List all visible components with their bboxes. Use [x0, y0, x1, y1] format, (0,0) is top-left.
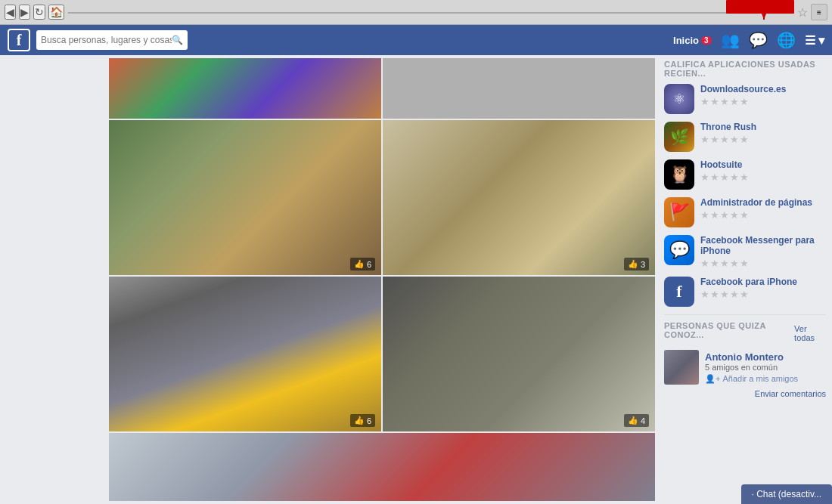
photos-main-area: 👍 6 👍 3 👍 6 [106, 55, 658, 504]
photo-like-count-3: 👍 6 [350, 414, 375, 427]
settings-icon: ☰ ▾ [805, 33, 824, 48]
app-info-fb-iphone: Facebook para iPhone ★★★★★ [700, 277, 826, 300]
app-icon-admin: 🚩 [664, 197, 694, 227]
people-section-title: PERSONAS QUE QUIZA CONOZ... [664, 321, 794, 339]
app-info-admin: Administrador de páginas ★★★★★ [700, 197, 826, 221]
chat-bar[interactable]: · Chat (desactiv... [741, 484, 832, 504]
app-icon-throne: 🌿 [664, 122, 694, 152]
app-stars-downloadsource: ★★★★★ [700, 96, 826, 107]
photo-traffic[interactable]: 👍 4 [383, 277, 655, 431]
app-item-admin: 🚩 Administrador de páginas ★★★★★ [664, 197, 826, 227]
photo-dog[interactable]: 👍 6 [109, 277, 381, 431]
right-sidebar: CALIFICA APLICACIONES USADAS RECIEN... ⚛… [658, 55, 832, 504]
add-friend-button[interactable]: 👤+ Añadir a mis amigos [705, 374, 798, 384]
photos-last-row [109, 433, 655, 501]
search-submit-button[interactable]: 🔍 [172, 35, 183, 45]
back-button[interactable]: ◀ [5, 5, 16, 20]
app-stars-throne: ★★★★★ [700, 134, 826, 145]
app-name-throne[interactable]: Throne Rush [700, 122, 826, 132]
app-name-fb-iphone[interactable]: Facebook para iPhone [700, 277, 826, 287]
app-info-throne: Throne Rush ★★★★★ [700, 122, 826, 145]
menu-button[interactable]: ≡ [811, 4, 827, 20]
browser-chrome: ◀ ▶ ↻ 🏠 https://www.facebook.com /search… [0, 0, 832, 25]
navbar-right: Inicio 3 👥 💬 🌐 ☰ ▾ [673, 31, 824, 49]
globe-icon: 🌐 [777, 31, 796, 49]
left-sidebar [0, 55, 106, 504]
app-stars-fb-iphone: ★★★★★ [700, 289, 826, 300]
page-content: 👍 6 👍 3 👍 6 [0, 55, 832, 504]
home-badge: 3 [701, 36, 712, 45]
friends-icon: 👥 [721, 31, 740, 49]
globe-nav-icon[interactable]: 🌐 [777, 31, 796, 49]
app-item-fb-iphone: f Facebook para iPhone ★★★★★ [664, 277, 826, 307]
app-name-hootsuite[interactable]: Hootsuite [700, 159, 826, 170]
chat-label: · Chat (desactiv... [752, 489, 821, 499]
app-info-downloadsource: Downloadsource.es ★★★★★ [700, 84, 826, 107]
add-friend-icon: 👤+ [705, 374, 720, 384]
app-item-throne: 🌿 Throne Rush ★★★★★ [664, 122, 826, 152]
home-nav-item[interactable]: Inicio 3 [673, 35, 712, 46]
antonio-name[interactable]: Antonio Montero [705, 351, 826, 363]
settings-nav-icon[interactable]: ☰ ▾ [805, 33, 824, 48]
home-button[interactable]: 🏠 [48, 5, 64, 20]
app-name-messenger[interactable]: Facebook Messenger para iPhone [700, 235, 826, 256]
photo-like-count-1: 👍 6 [350, 258, 375, 271]
app-stars-messenger: ★★★★★ [700, 258, 826, 269]
people-item-antonio: Antonio Montero 5 amigos en común 👤+ Aña… [664, 350, 826, 385]
photo-car[interactable]: 👍 6 [109, 120, 381, 275]
photo-building[interactable] [109, 433, 655, 501]
search-box[interactable]: 🔍 [36, 30, 188, 50]
photo-top-left[interactable] [109, 58, 381, 119]
app-icon-downloadsource: ⚛ [664, 84, 694, 114]
refresh-button[interactable]: ↻ [33, 5, 45, 20]
photo-like-count-4: 👍 4 [624, 414, 649, 427]
home-label: Inicio [673, 35, 699, 46]
app-icon-hootsuite: 🦉 [664, 159, 694, 190]
messages-icon: 💬 [749, 31, 768, 49]
address-bar-row: ◀ ▶ ↻ 🏠 https://www.facebook.com /search… [0, 0, 832, 24]
photos-middle-row: 👍 6 👍 3 [109, 120, 655, 275]
photos-top-row [109, 58, 655, 119]
app-stars-admin: ★★★★★ [700, 209, 826, 221]
app-info-hootsuite: Hootsuite ★★★★★ [700, 159, 826, 183]
app-icon-fb-iphone: f [664, 277, 694, 307]
friends-nav-icon[interactable]: 👥 [721, 31, 740, 49]
antonio-avatar [664, 350, 699, 385]
forward-button[interactable]: ▶ [19, 5, 30, 20]
photos-bottom-row: 👍 6 👍 4 [109, 277, 655, 431]
send-feedback-link[interactable]: Enviar comentarios [664, 389, 826, 398]
messages-nav-icon[interactable]: 💬 [749, 31, 768, 49]
app-stars-hootsuite: ★★★★★ [700, 172, 826, 183]
app-name-admin[interactable]: Administrador de páginas [700, 197, 826, 208]
people-see-all-link[interactable]: Ver todas [794, 324, 826, 342]
people-section-header: PERSONAS QUE QUIZA CONOZ... Ver todas [664, 321, 826, 345]
app-icon-messenger: 💬 [664, 235, 694, 265]
section-divider [664, 314, 826, 315]
photo-box[interactable]: 👍 3 [383, 120, 655, 275]
antonio-mutual: 5 amigos en común [705, 363, 826, 372]
facebook-navbar: f 🔍 Inicio 3 👥 💬 🌐 ☰ ▾ [0, 25, 832, 55]
apps-section-title: CALIFICA APLICACIONES USADAS RECIEN... [664, 60, 826, 78]
photo-top-right[interactable] [383, 58, 655, 119]
app-item-downloadsource: ⚛ Downloadsource.es ★★★★★ [664, 84, 826, 114]
app-item-hootsuite: 🦉 Hootsuite ★★★★★ [664, 159, 826, 190]
app-item-messenger: 💬 Facebook Messenger para iPhone ★★★★★ [664, 235, 826, 269]
facebook-logo: f [8, 29, 30, 51]
photo-like-count-2: 👍 3 [624, 258, 649, 271]
antonio-info: Antonio Montero 5 amigos en común 👤+ Aña… [705, 351, 826, 384]
star-icon[interactable]: ☆ [797, 5, 808, 20]
app-info-messenger: Facebook Messenger para iPhone ★★★★★ [700, 235, 826, 269]
app-name-downloadsource[interactable]: Downloadsource.es [700, 84, 826, 94]
search-input[interactable] [41, 35, 172, 45]
